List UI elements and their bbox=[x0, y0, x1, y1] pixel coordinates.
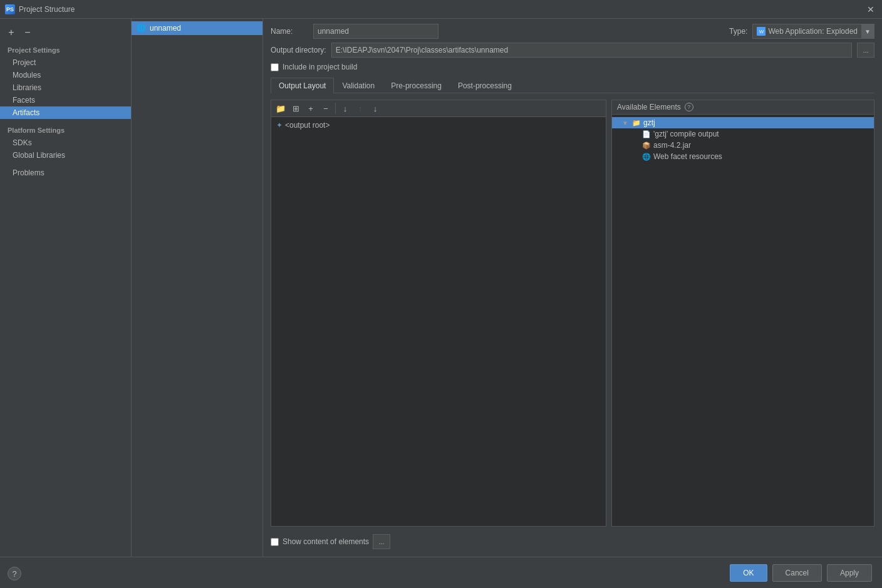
avail-item-asm-jar[interactable]: 📦 asm-4.2.jar bbox=[612, 140, 874, 151]
available-content: ▼ 📁 gztj 📄 'gztj' compile output bbox=[612, 115, 874, 526]
title-bar-left: PS Project Structure bbox=[5, 4, 75, 14]
browse-button[interactable]: ... bbox=[857, 43, 874, 58]
artifact-name-label: unnamed bbox=[150, 24, 181, 33]
avail-web-icon: 🌐 bbox=[642, 152, 651, 161]
include-in-build-row: Include in project build bbox=[271, 63, 874, 71]
tree-down-btn[interactable]: ↓ bbox=[338, 101, 352, 115]
sidebar-item-sdks[interactable]: SDKs bbox=[0, 137, 131, 149]
artifact-detail: Name: Type: W Web Application: Exploded … bbox=[263, 19, 882, 557]
tree-content: ✦ <output root> bbox=[271, 117, 606, 526]
tree-item-output-root[interactable]: ✦ <output root> bbox=[271, 120, 606, 131]
content-area: 🌐 unnamed Name: Type: bbox=[132, 19, 882, 557]
name-type-row: Name: Type: W Web Application: Exploded … bbox=[271, 24, 874, 39]
dialog-buttons: OK Cancel Apply bbox=[0, 557, 882, 588]
cancel-button[interactable]: Cancel bbox=[772, 564, 822, 582]
sidebar-remove-button[interactable]: − bbox=[21, 26, 34, 39]
tree-item-icon: ✦ bbox=[276, 121, 283, 130]
tree-layout-btn[interactable]: ⊞ bbox=[289, 101, 303, 115]
output-dir-row: Output directory: ... bbox=[271, 43, 874, 58]
help-icon[interactable]: ? bbox=[685, 103, 693, 111]
available-header: Available Elements ? bbox=[612, 100, 874, 115]
tab-output-layout[interactable]: Output Layout bbox=[271, 78, 334, 93]
tree-item-label: <output root> bbox=[285, 121, 329, 130]
ok-button[interactable]: OK bbox=[730, 564, 767, 582]
show-content-checkbox[interactable] bbox=[271, 538, 279, 546]
avail-label-web-facet: Web facet resources bbox=[653, 152, 722, 161]
tree-panel: 📁 ⊞ + − ↓ ↑ ↓ ✦ <output roo bbox=[271, 100, 606, 527]
tree-separator bbox=[335, 103, 336, 114]
bottom-options: Show content of elements ... bbox=[271, 530, 874, 552]
main-layout: + − Project Settings Project Modules Lib… bbox=[0, 19, 882, 557]
include-in-build-label[interactable]: Include in project build bbox=[283, 63, 357, 71]
sidebar: + − Project Settings Project Modules Lib… bbox=[0, 19, 132, 557]
tab-post-processing[interactable]: Post-processing bbox=[450, 78, 520, 93]
sidebar-item-project[interactable]: Project bbox=[0, 56, 131, 69]
avail-item-gztj-compile[interactable]: 📄 'gztj' compile output bbox=[612, 128, 874, 140]
artifact-list-item-unnamed[interactable]: 🌐 unnamed bbox=[132, 21, 262, 35]
available-panel: Available Elements ? ▼ 📁 gztj bbox=[611, 100, 874, 527]
app-icon: PS bbox=[5, 4, 15, 14]
artifact-icon: 🌐 bbox=[137, 24, 146, 33]
name-field-group: Name: bbox=[271, 24, 438, 39]
type-select-display: W Web Application: Exploded bbox=[753, 27, 861, 36]
sidebar-item-modules[interactable]: Modules bbox=[0, 69, 131, 81]
output-dir-label: Output directory: bbox=[271, 46, 326, 54]
avail-item-web-facet[interactable]: 🌐 Web facet resources bbox=[612, 151, 874, 162]
output-layout-area: 📁 ⊞ + − ↓ ↑ ↓ ✦ <output roo bbox=[271, 100, 874, 527]
avail-jar-icon: 📦 bbox=[642, 141, 651, 150]
sidebar-item-facets[interactable]: Facets bbox=[0, 94, 131, 106]
window-title: Project Structure bbox=[19, 5, 75, 14]
type-select-icon: W bbox=[757, 27, 765, 36]
project-settings-section: Project Settings bbox=[0, 44, 131, 56]
avail-label-gztj-compile: 'gztj' compile output bbox=[653, 130, 719, 138]
sidebar-item-artifacts[interactable]: Artifacts bbox=[0, 106, 131, 119]
type-select[interactable]: W Web Application: Exploded ▼ bbox=[752, 24, 874, 39]
type-dropdown-arrow[interactable]: ▼ bbox=[861, 24, 874, 38]
avail-label-asm-jar: asm-4.2.jar bbox=[653, 141, 691, 150]
avail-folder-icon: 📁 bbox=[632, 118, 641, 127]
tab-bar: Output Layout Validation Pre-processing … bbox=[271, 78, 874, 93]
tab-pre-processing[interactable]: Pre-processing bbox=[383, 78, 450, 93]
avail-item-gztj[interactable]: ▼ 📁 gztj bbox=[612, 117, 874, 128]
show-content-label[interactable]: Show content of elements bbox=[283, 537, 369, 546]
avail-compile-icon: 📄 bbox=[642, 130, 651, 138]
type-label: Type: bbox=[729, 27, 747, 36]
type-field-group: Type: W Web Application: Exploded ▼ bbox=[729, 24, 874, 39]
sidebar-item-problems[interactable]: Problems bbox=[0, 167, 131, 179]
avail-label-gztj: gztj bbox=[643, 118, 655, 127]
tree-up-btn[interactable]: ↑ bbox=[353, 101, 367, 115]
sidebar-item-libraries[interactable]: Libraries bbox=[0, 81, 131, 94]
tree-add-btn[interactable]: + bbox=[304, 101, 318, 115]
include-in-build-checkbox[interactable] bbox=[271, 63, 279, 71]
platform-settings-section: Platform Settings bbox=[0, 124, 131, 137]
available-title: Available Elements bbox=[617, 103, 681, 111]
type-select-value: Web Application: Exploded bbox=[768, 27, 858, 36]
tab-validation[interactable]: Validation bbox=[334, 78, 383, 93]
sidebar-item-global-libraries[interactable]: Global Libraries bbox=[0, 149, 131, 162]
sidebar-add-button[interactable]: + bbox=[5, 26, 18, 39]
name-label: Name: bbox=[271, 27, 308, 36]
tree-toolbar: 📁 ⊞ + − ↓ ↑ ↓ bbox=[271, 100, 606, 117]
close-button[interactable]: ✕ bbox=[864, 3, 877, 16]
help-button-area: ? bbox=[8, 567, 21, 580]
tree-down2-btn[interactable]: ↓ bbox=[368, 101, 382, 115]
sidebar-toolbar: + − bbox=[0, 24, 131, 41]
title-bar: PS Project Structure ✕ bbox=[0, 0, 882, 19]
global-help-button[interactable]: ? bbox=[8, 567, 21, 580]
apply-button[interactable]: Apply bbox=[827, 564, 872, 582]
avail-expand-gztj: ▼ bbox=[622, 120, 630, 126]
show-content-browse-btn[interactable]: ... bbox=[373, 534, 390, 549]
output-dir-input[interactable] bbox=[331, 43, 852, 58]
name-input[interactable] bbox=[313, 24, 438, 39]
tree-folder-btn[interactable]: 📁 bbox=[274, 101, 288, 115]
tree-remove-btn[interactable]: − bbox=[319, 101, 333, 115]
